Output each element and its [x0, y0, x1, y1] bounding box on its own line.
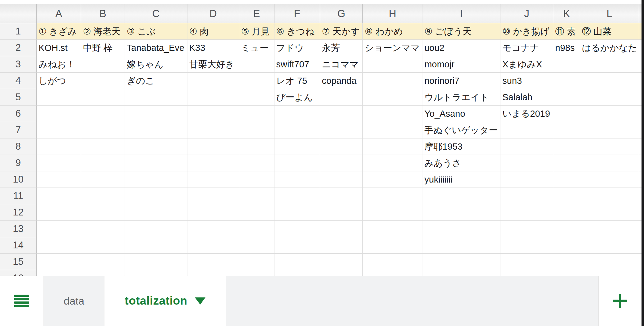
cell-J9[interactable]	[500, 155, 553, 171]
cell-J13[interactable]	[500, 221, 553, 237]
cell-J14[interactable]	[500, 237, 553, 254]
cell-J5[interactable]: Salalah	[500, 89, 553, 106]
cell-D5[interactable]	[187, 89, 239, 106]
cell-H5[interactable]	[363, 89, 422, 106]
column-header-K[interactable]: K	[553, 4, 580, 23]
cell-I4[interactable]: norinori7	[422, 73, 500, 89]
cell-F13[interactable]	[274, 221, 320, 237]
cell-L13[interactable]	[580, 221, 639, 237]
tab-data[interactable]: data	[44, 276, 104, 326]
column-header-G[interactable]: G	[320, 4, 363, 23]
cell-B10[interactable]	[81, 171, 125, 188]
cell-B9[interactable]	[81, 155, 125, 171]
cell-G4[interactable]: copanda	[320, 73, 363, 89]
cell-K9[interactable]	[553, 155, 580, 171]
cell-C7[interactable]	[125, 122, 187, 138]
cell-C2[interactable]: Tanabata_Eve	[125, 40, 187, 56]
cell-K10[interactable]	[553, 171, 580, 188]
cell-B12[interactable]	[81, 204, 125, 221]
cell-K8[interactable]	[553, 138, 580, 155]
cell-G2[interactable]: 永芳	[320, 40, 363, 56]
cell-I3[interactable]: momojr	[422, 56, 500, 73]
cell-J3[interactable]: XまゆみX	[500, 56, 553, 73]
cell-G6[interactable]	[320, 106, 363, 122]
cell-H9[interactable]	[363, 155, 422, 171]
cell-G10[interactable]	[320, 171, 363, 188]
cell-K6[interactable]	[553, 106, 580, 122]
row-header-5[interactable]: 5	[0, 89, 37, 106]
cell-J11[interactable]	[500, 188, 553, 204]
row-header-12[interactable]: 12	[0, 204, 37, 221]
cell-K13[interactable]	[553, 221, 580, 237]
column-header-I[interactable]: I	[422, 4, 500, 23]
column-header-J[interactable]: J	[500, 4, 553, 23]
cell-B5[interactable]	[81, 89, 125, 106]
row-header-13[interactable]: 13	[0, 221, 37, 237]
cell-F8[interactable]	[274, 138, 320, 155]
cell-L15[interactable]	[580, 254, 639, 270]
cell-L1[interactable]: ⑫ 山菜	[580, 23, 639, 40]
cell-A16[interactable]	[37, 270, 81, 276]
cell-A14[interactable]	[37, 237, 81, 254]
cell-C14[interactable]	[125, 237, 187, 254]
cell-A15[interactable]	[37, 254, 81, 270]
cell-L11[interactable]	[580, 188, 639, 204]
cell-F3[interactable]: swift707	[274, 56, 320, 73]
cell-A6[interactable]	[37, 106, 81, 122]
cell-I16[interactable]	[422, 270, 500, 276]
cell-F14[interactable]	[274, 237, 320, 254]
cell-C6[interactable]	[125, 106, 187, 122]
cell-G9[interactable]	[320, 155, 363, 171]
cell-D8[interactable]	[187, 138, 239, 155]
cell-B2[interactable]: 中野 梓	[81, 40, 125, 56]
cell-H13[interactable]	[363, 221, 422, 237]
cell-I1[interactable]: ⑨ ごぼう天	[422, 23, 500, 40]
cell-F16[interactable]	[274, 270, 320, 276]
cell-L2[interactable]: はるかかなた	[580, 40, 639, 56]
cell-E4[interactable]	[239, 73, 274, 89]
cell-H12[interactable]	[363, 204, 422, 221]
cell-G13[interactable]	[320, 221, 363, 237]
cell-A9[interactable]	[37, 155, 81, 171]
cell-F11[interactable]	[274, 188, 320, 204]
cell-F15[interactable]	[274, 254, 320, 270]
cell-A5[interactable]	[37, 89, 81, 106]
cell-C12[interactable]	[125, 204, 187, 221]
cell-K2[interactable]: n98s	[553, 40, 580, 56]
cell-I11[interactable]	[422, 188, 500, 204]
cell-K14[interactable]	[553, 237, 580, 254]
cell-G3[interactable]: ニコママ	[320, 56, 363, 73]
cell-H7[interactable]	[363, 122, 422, 138]
cell-D6[interactable]	[187, 106, 239, 122]
row-header-14[interactable]: 14	[0, 237, 37, 254]
cell-C13[interactable]	[125, 221, 187, 237]
cell-L7[interactable]	[580, 122, 639, 138]
cell-H1[interactable]: ⑧ わかめ	[363, 23, 422, 40]
cell-J10[interactable]	[500, 171, 553, 188]
cell-C3[interactable]: 嫁ちゃん	[125, 56, 187, 73]
cell-H3[interactable]	[363, 56, 422, 73]
cell-I10[interactable]: yukiiiiiii	[422, 171, 500, 188]
cell-B14[interactable]	[81, 237, 125, 254]
cell-K4[interactable]	[553, 73, 580, 89]
cell-E13[interactable]	[239, 221, 274, 237]
cell-G14[interactable]	[320, 237, 363, 254]
cell-K12[interactable]	[553, 204, 580, 221]
row-header-9[interactable]: 9	[0, 155, 37, 171]
cell-G8[interactable]	[320, 138, 363, 155]
row-header-1[interactable]: 1	[0, 23, 37, 40]
cell-B11[interactable]	[81, 188, 125, 204]
cell-C8[interactable]	[125, 138, 187, 155]
cell-L4[interactable]	[580, 73, 639, 89]
cell-D13[interactable]	[187, 221, 239, 237]
cell-G5[interactable]	[320, 89, 363, 106]
cell-F5[interactable]: ぴーよん	[274, 89, 320, 106]
row-header-3[interactable]: 3	[0, 56, 37, 73]
cell-F10[interactable]	[274, 171, 320, 188]
cell-F4[interactable]: レオ 75	[274, 73, 320, 89]
cell-D16[interactable]	[187, 270, 239, 276]
cell-E11[interactable]	[239, 188, 274, 204]
cell-H11[interactable]	[363, 188, 422, 204]
cell-B6[interactable]	[81, 106, 125, 122]
cell-H8[interactable]	[363, 138, 422, 155]
